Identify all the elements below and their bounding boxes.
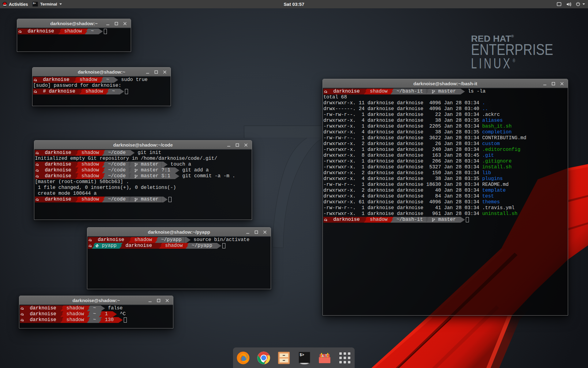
svg-text:$>: $> [300, 353, 304, 357]
